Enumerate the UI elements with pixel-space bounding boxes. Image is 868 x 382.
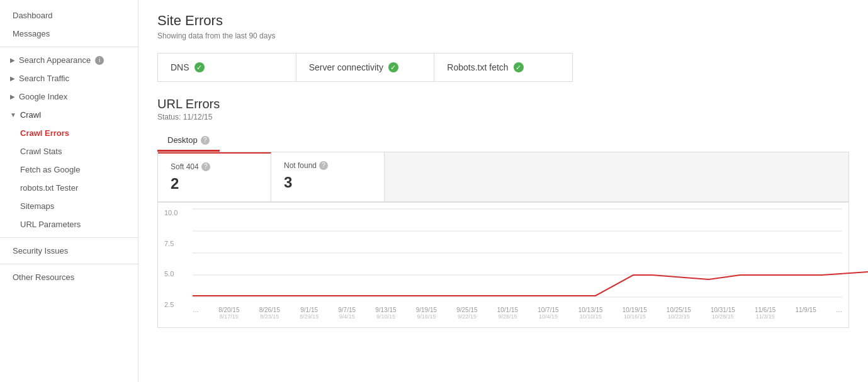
x-label: 9/1/15 [300,306,318,313]
x-dots-right: … [836,306,842,320]
sidebar-item-label: Crawl Stats [20,147,62,156]
page-subtitle: Showing data from the last 90 days [157,31,849,40]
sidebar-item-label: Crawl Errors [20,128,69,138]
x-label-group: 11/6/15 11/3/15 [755,306,775,320]
x-label: 8/26/15 [259,306,280,313]
x-label-group: 10/25/15 10/22/15 [667,306,691,320]
dns-label: DNS [171,62,189,72]
sidebar-item-label: Fetch as Google [20,165,80,174]
chart-area: 10.0 7.5 5.0 2.5 … 8 [157,202,849,328]
sidebar-section-search-appearance[interactable]: ▶ Search Appearance i [0,51,138,69]
sidebar-item-label: Sitemaps [20,201,54,211]
sidebar-section-search-traffic[interactable]: ▶ Search Traffic [0,69,138,87]
sidebar-item-robots-tester[interactable]: robots.txt Tester [0,179,138,197]
sidebar-section-crawl[interactable]: ▼ Crawl [0,106,138,124]
site-error-robots-fetch[interactable]: Robots.txt fetch ✓ [434,53,572,81]
sidebar-item-crawl-errors[interactable]: Crawl Errors [0,124,138,142]
tabs: Desktop ? [157,130,849,152]
y-label-25: 2.5 [164,301,186,308]
x-sublabel: 10/16/15 [624,313,646,320]
chart-x-axis: … 8/20/15 8/17/15 8/26/15 8/23/15 9/1/15… [193,306,842,320]
arrow-icon: ▶ [10,75,15,82]
sidebar-item-url-parameters[interactable]: URL Parameters [0,215,138,233]
sidebar-item-sitemaps[interactable]: Sitemaps [0,197,138,215]
tab-desktop-label: Desktop [167,135,198,145]
sidebar-section-google-index[interactable]: ▶ Google Index [0,87,138,106]
server-connectivity-label: Server connectivity [309,62,383,72]
x-label-group: 9/7/15 9/4/15 [338,306,356,320]
sidebar-item-label: Search Traffic [19,74,69,83]
x-label-group: 10/13/15 10/10/15 [578,306,603,320]
tab-desktop[interactable]: Desktop ? [157,130,220,152]
x-label-group: 11/9/15 [795,306,816,320]
x-label-group: 10/1/15 9/28/15 [497,306,518,320]
soft-404-help-icon[interactable]: ? [201,162,210,171]
not-found-help-icon[interactable]: ? [319,161,328,170]
chart-svg-wrapper: … 8/20/15 8/17/15 8/26/15 8/23/15 9/1/15… [193,209,842,297]
sidebar-item-security-issues[interactable]: Security Issues [0,242,138,260]
x-sublabel: 9/22/15 [458,313,476,320]
sidebar-item-label: Messages [13,29,50,38]
site-error-server-connectivity[interactable]: Server connectivity ✓ [296,53,435,81]
x-sublabel: 8/23/15 [260,313,279,320]
sidebar-divider [0,47,138,47]
x-label: 10/1/15 [497,306,518,313]
arrow-icon: ▶ [10,57,15,64]
check-icon: ✓ [514,62,524,72]
x-sublabel: 9/10/15 [376,313,395,320]
sidebar-item-messages[interactable]: Messages [0,25,138,43]
x-label: 9/7/15 [338,306,356,313]
x-label: 9/25/15 [456,306,477,313]
error-card-not-found[interactable]: Not found ? 3 [271,152,385,201]
sidebar-item-label: Other Resources [13,272,74,282]
x-label: 11/9/15 [795,306,816,313]
x-sublabel: 10/4/15 [539,313,558,320]
x-label-group: 9/25/15 9/22/15 [456,306,477,320]
robots-fetch-label: Robots.txt fetch [447,62,508,72]
sidebar-item-dashboard[interactable]: Dashboard [0,6,138,25]
sidebar-item-label: Crawl [20,110,41,120]
tab-help-icon[interactable]: ? [201,136,210,145]
x-label-group: 9/19/15 9/16/15 [416,306,437,320]
url-errors-title: URL Errors [157,97,849,111]
x-label: 9/19/15 [416,306,437,313]
chart-svg [193,209,842,297]
sidebar-divider [0,264,138,264]
x-sublabel: 9/16/15 [417,313,436,320]
x-sublabel: 11/3/15 [756,313,775,320]
x-label: 9/13/15 [375,306,396,313]
x-label-group: 9/13/15 9/10/15 [375,306,396,320]
x-label: 10/13/15 [578,306,603,313]
x-sublabel: 10/22/15 [668,313,690,320]
not-found-title: Not found ? [284,161,371,170]
error-card-soft-404[interactable]: Soft 404 ? 2 [158,152,271,201]
y-label-75: 7.5 [164,240,186,247]
info-icon[interactable]: i [95,56,104,65]
error-card-empty [385,152,848,201]
check-icon: ✓ [388,62,398,72]
x-sublabel: 10/10/15 [580,313,602,320]
error-cards: Soft 404 ? 2 Not found ? 3 [157,152,849,202]
x-label: 10/31/15 [711,306,735,313]
chart-y-axis: 10.0 7.5 5.0 2.5 [164,209,186,308]
sidebar-item-fetch-as-google[interactable]: Fetch as Google [0,160,138,179]
x-label: 10/7/15 [538,306,558,313]
site-error-dns[interactable]: DNS ✓ [158,53,296,81]
x-sublabel: 9/4/15 [339,313,355,320]
site-errors-row: DNS ✓ Server connectivity ✓ Robots.txt f… [157,53,573,82]
x-sublabel: 9/28/15 [498,313,517,320]
sidebar-item-crawl-stats[interactable]: Crawl Stats [0,142,138,160]
page-title: Site Errors [157,13,849,29]
sidebar-item-label: robots.txt Tester [20,183,78,193]
x-label-group: 10/19/15 10/16/15 [623,306,647,320]
x-label-group: 8/20/15 8/17/15 [218,306,239,320]
sidebar-item-label: Google Index [19,92,67,101]
sidebar-item-other-resources[interactable]: Other Resources [0,268,138,286]
x-sublabel: 10/28/15 [712,313,734,320]
arrow-icon: ▶ [10,93,15,100]
sidebar-item-label: Dashboard [13,11,53,20]
x-label-group: 10/7/15 10/4/15 [538,306,558,320]
x-dots-left: … [193,306,199,320]
sidebar-item-label: URL Parameters [20,220,81,229]
sidebar: Dashboard Messages ▶ Search Appearance i… [0,0,138,382]
